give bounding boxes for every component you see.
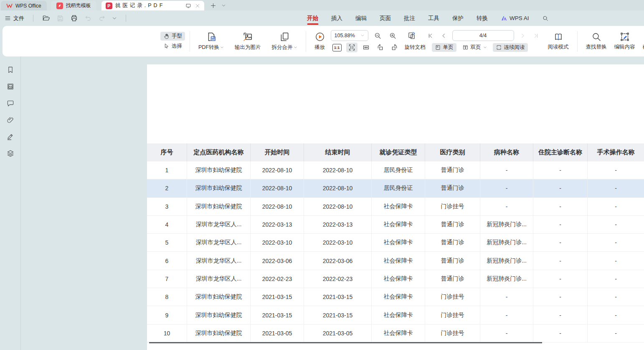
table-cell: 深圳市妇幼保健院 [187, 179, 251, 197]
pdf-page[interactable]: 序号定点医药机构名称开始时间结束时间就诊凭证类型医疗类别病种名称住院主诊断名称手… [147, 64, 644, 350]
table-body: 1深圳市妇幼保健院2022-08-102022-08-10居民身份证普通门诊--… [147, 161, 644, 342]
double-page-button[interactable]: 双页 [459, 43, 490, 52]
table-row: 1深圳市妇幼保健院2022-08-102022-08-10居民身份证普通门诊--… [147, 161, 644, 179]
rotate-left-button[interactable] [375, 43, 386, 52]
fit-page-button[interactable] [346, 43, 357, 52]
double-page-label: 双页 [471, 44, 481, 51]
menu-item-insert[interactable]: 插入 [331, 10, 342, 26]
tab-docer-templates[interactable]: 找稻壳模板 [51, 1, 96, 10]
save-button[interactable] [56, 15, 64, 22]
tab-wps-home[interactable]: WPS Office [1, 1, 47, 10]
table-cell: - [480, 288, 533, 306]
fit-width-button[interactable] [360, 43, 372, 52]
pdf-convert-button[interactable]: W PDF转换 [195, 30, 228, 52]
zoom-out-button[interactable] [372, 31, 383, 41]
zoom-in-icon [389, 32, 397, 40]
continuous-read-button[interactable]: 连续阅读 [493, 43, 528, 52]
wps-ai-label: WPS AI [510, 15, 529, 21]
rotate-doc-label[interactable]: 旋转文档 [405, 44, 426, 51]
replace-pages-button[interactable] [406, 31, 418, 41]
tab-document-active[interactable]: P 就医记录.PDF [101, 1, 204, 10]
file-menu-button[interactable]: 文件 [5, 15, 24, 22]
zoom-value: 105.88% [335, 33, 355, 38]
new-tab-plus-icon[interactable] [210, 3, 216, 9]
split-merge-button[interactable]: 拆分合并 [268, 30, 301, 52]
zoom-in-button[interactable] [387, 31, 398, 41]
screenshot-compare-button[interactable]: 截图对比 [639, 31, 644, 52]
fit-page-icon [348, 43, 356, 51]
quickbar-more-button[interactable] [112, 16, 117, 21]
single-page-button[interactable]: 单页 [432, 43, 456, 52]
menu-item-convert[interactable]: 转换 [477, 10, 488, 26]
table-cell: 2022-03-06 [251, 252, 304, 269]
edit-content-button[interactable]: 编辑内容 [611, 31, 639, 52]
next-page-button[interactable] [518, 32, 527, 40]
menu-item-tools[interactable]: 工具 [428, 10, 439, 26]
page-indicator-input[interactable]: 4/4 [452, 30, 514, 41]
find-replace-button[interactable]: 查找替换 [582, 31, 611, 52]
wps-pdf-window: { "tab_bar": { "home_tab": "WPS Office",… [0, 0, 644, 350]
export-image-icon [242, 31, 253, 42]
tab-label: WPS Office [15, 3, 41, 9]
table-cell: 10 [147, 324, 187, 342]
undo-button[interactable] [84, 15, 92, 22]
comment-icon[interactable] [6, 99, 15, 107]
table-cell: 社会保障卡 [372, 324, 425, 342]
menu-item-edit[interactable]: 编辑 [355, 10, 367, 26]
menu-item-protect[interactable]: 保护 [452, 10, 464, 26]
table-cell: 深圳市妇幼保健院 [187, 198, 251, 215]
bookmark-icon[interactable] [6, 66, 15, 74]
menu-item-home[interactable]: 开始 [307, 10, 318, 26]
open-file-button[interactable] [42, 14, 50, 22]
wps-ai-button[interactable]: WPS AI [501, 10, 529, 26]
monitor-icon[interactable] [185, 3, 191, 9]
table-cell: 1 [147, 161, 187, 179]
table-cell: 门诊挂号 [425, 324, 480, 342]
search-icon[interactable] [542, 15, 549, 22]
rotate-right-button[interactable] [389, 43, 400, 52]
first-page-button[interactable] [426, 32, 435, 40]
table-cell: 社会保障卡 [372, 270, 425, 288]
zoom-level-select[interactable]: 105.88% [331, 30, 368, 41]
chevron-down-icon [112, 16, 117, 21]
read-mode-button[interactable]: 阅读模式 [544, 31, 573, 52]
signature-pen-icon[interactable] [6, 133, 15, 141]
tab-list-chevron-icon[interactable] [221, 3, 226, 8]
table-row: 2深圳市妇幼保健院2022-08-102022-08-10居民身份证普通门诊--… [147, 179, 644, 197]
play-button[interactable]: 播放 [311, 30, 329, 52]
left-sidebar-rail [0, 56, 21, 350]
close-tab-icon[interactable] [195, 3, 200, 8]
table-cell: 9 [147, 306, 187, 324]
table-cell: 门诊挂号 [425, 288, 480, 306]
table-cell: - [533, 198, 588, 215]
select-tool-button[interactable]: 选择 [160, 42, 185, 51]
thumbnails-icon[interactable] [6, 82, 15, 91]
ribbon-menus: 开始 插入 编辑 页面 批注 工具 保护 转换 WPS AI [307, 10, 549, 26]
menu-item-annotate[interactable]: 批注 [404, 10, 415, 26]
print-button[interactable] [70, 14, 78, 22]
table-cell: 2021-03-15 [251, 288, 304, 306]
table-cell: 2021-03-15 [304, 288, 372, 306]
hand-tool-button[interactable]: 手型 [160, 32, 185, 41]
medical-records-table: 序号定点医药机构名称开始时间结束时间就诊凭证类型医疗类别病种名称住院主诊断名称手… [147, 143, 644, 342]
previous-page-button[interactable] [439, 32, 449, 40]
hand-icon [163, 33, 170, 39]
table-cell: 深圳市龙华区人... [187, 234, 251, 251]
redo-button[interactable] [98, 15, 106, 22]
export-image-button[interactable]: 输出为图片 [231, 30, 265, 52]
last-page-button[interactable] [531, 32, 541, 40]
play-label: 播放 [314, 44, 325, 51]
pdf-convert-label: PDF转换 [198, 44, 219, 51]
page-refresh-icon [407, 31, 416, 40]
table-cell: 6 [147, 252, 187, 269]
table-row: 9深圳市妇幼保健院2021-03-152021-03-15社会保障卡门诊挂号--… [147, 306, 644, 324]
menu-item-page[interactable]: 页面 [380, 10, 391, 26]
attachment-icon[interactable] [6, 116, 15, 124]
layers-icon[interactable] [6, 149, 15, 158]
actual-size-button[interactable]: 1:1 [331, 43, 343, 52]
edit-content-label: 编辑内容 [614, 43, 635, 51]
table-row: 4深圳市龙华区人...2022-03-132022-03-13社会保障卡普通门诊… [147, 216, 644, 234]
rotate-right-icon [390, 43, 398, 51]
file-menu-label: 文件 [13, 15, 24, 22]
table-cell: - [588, 324, 644, 342]
